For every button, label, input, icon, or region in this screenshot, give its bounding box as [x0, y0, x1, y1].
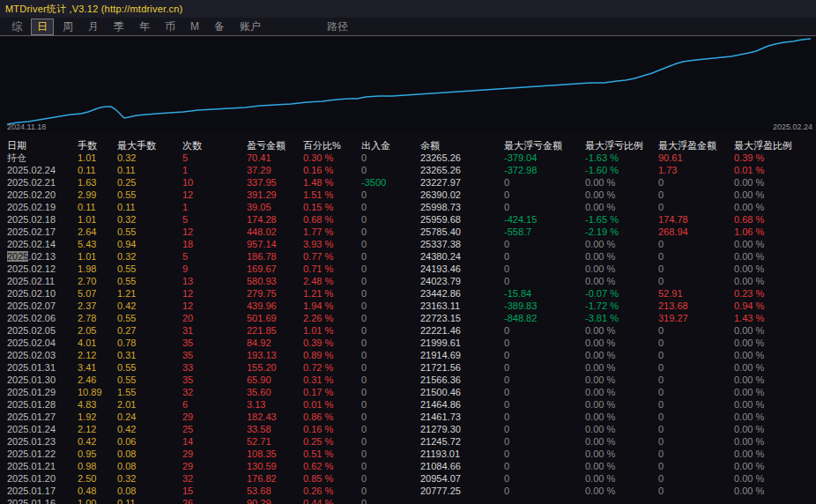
table-row[interactable]: 2025.02.181.010.325174.280.68 %025959.68…	[0, 213, 816, 226]
table-row[interactable]: 2025.01.161.000.112690.290.44 %0	[0, 497, 816, 504]
table-row[interactable]: 2025.01.202.500.3232176.820.85 %020954.0…	[0, 472, 816, 485]
table-row[interactable]: 2025.02.202.990.5512391.291.51 %026390.0…	[0, 189, 816, 201]
menu-tab-path[interactable]: 路径	[321, 19, 354, 35]
equity-chart-svg	[0, 36, 816, 132]
cell: 0.30 %	[303, 152, 361, 164]
cell: 0	[504, 176, 585, 189]
table-row[interactable]: 2025.02.131.010.325186.780.77 %024380.24…	[0, 250, 816, 263]
cell: 21999.61	[420, 337, 504, 349]
cell: -379.04	[504, 152, 585, 164]
cell: 2.70	[78, 275, 117, 287]
cell: 2.12	[78, 423, 117, 435]
cell: 5	[182, 152, 247, 164]
cell: 0.00 %	[585, 275, 658, 287]
table-row[interactable]: 2025.02.105.071.2112279.751.21 %023442.8…	[0, 287, 816, 300]
cell: 52.71	[247, 435, 303, 448]
menu-tab-币[interactable]: 币	[159, 19, 182, 35]
cell: 0	[504, 411, 585, 423]
cell: 169.67	[247, 263, 303, 275]
cell: 0	[658, 324, 734, 337]
cell: 0	[361, 472, 420, 485]
cell: 0.00 %	[734, 176, 816, 189]
cell: 213.68	[658, 300, 734, 312]
cell: 90.29	[247, 497, 303, 504]
table-row[interactable]: 2025.02.190.110.11139.050.15 %025998.730…	[0, 201, 816, 213]
cell: 337.95	[247, 176, 303, 189]
cell: 0.27	[117, 324, 182, 337]
cell: 5	[182, 213, 247, 226]
cell: 9	[182, 263, 247, 275]
cell: 0.00 %	[734, 337, 816, 349]
column-header: 日期	[7, 139, 78, 152]
menu-tab-年[interactable]: 年	[133, 19, 156, 35]
cell: 70.41	[247, 152, 303, 164]
table-row[interactable]: 2025.01.313.410.5533155.200.72 %021721.5…	[0, 361, 816, 374]
cell: 12	[182, 287, 247, 300]
cell: 0.00 %	[585, 448, 658, 460]
table-row[interactable]: 持仓1.010.32570.410.30 %023265.26-379.04-1…	[0, 152, 816, 164]
cell: 0	[361, 411, 420, 423]
table-row[interactable]: 2025.02.211.630.2510337.951.48 %-3500232…	[0, 176, 816, 189]
cell	[734, 497, 816, 504]
table-row[interactable]: 2025.01.210.980.0829130.590.62 %021084.6…	[0, 460, 816, 472]
cell: 0.51 %	[303, 448, 361, 460]
menu-tab-M[interactable]: M	[184, 19, 205, 33]
menu-tab-综[interactable]: 综	[5, 19, 28, 35]
cell: 2025.02.20	[7, 189, 78, 201]
cell: 174.28	[247, 213, 303, 226]
table-row[interactable]: 2025.02.121.980.559169.670.71 %024193.46…	[0, 263, 816, 275]
cell: 0	[658, 386, 734, 398]
cell: 193.13	[247, 349, 303, 361]
cell: 0	[361, 275, 420, 287]
cell: -558.7	[504, 226, 585, 238]
table-row[interactable]: 2025.02.172.640.5512448.021.77 %025785.4…	[0, 226, 816, 238]
cell: 35	[182, 349, 247, 361]
cell: 2025.02.04	[7, 337, 78, 349]
menu-tab-账户[interactable]: 账户	[234, 19, 267, 35]
cell: 0.00 %	[734, 361, 816, 374]
table-row[interactable]: 2025.01.284.832.0163.130.01 %021464.8600…	[0, 398, 816, 411]
menu-tab-备[interactable]: 备	[208, 19, 231, 35]
table-row[interactable]: 2025.02.112.700.5513580.932.48 %024023.7…	[0, 275, 816, 287]
table-row[interactable]: 2025.02.044.010.783584.920.39 %021999.61…	[0, 337, 816, 349]
table-row[interactable]: 2025.01.302.460.553565.900.31 %021566.36…	[0, 374, 816, 386]
cell: 439.96	[247, 300, 303, 312]
table-row[interactable]: 2025.02.072.370.4212439.961.94 %023163.1…	[0, 300, 816, 312]
cell: 0.08	[117, 460, 182, 472]
cell: 0	[658, 448, 734, 460]
table-row[interactable]: 2025.02.145.430.9418957.143.93 %025337.3…	[0, 238, 816, 250]
table-row[interactable]: 2025.01.242.120.422533.580.16 %021279.30…	[0, 423, 816, 435]
cell: 0	[658, 238, 734, 250]
cell: 108.35	[247, 448, 303, 460]
cell: -1.72 %	[585, 300, 658, 312]
cell: 0.23 %	[734, 287, 816, 300]
table-row[interactable]: 2025.01.220.950.0829108.350.51 %021193.0…	[0, 448, 816, 460]
table-row[interactable]: 2025.01.170.480.081553.680.26 %020777.25…	[0, 485, 816, 497]
table-row[interactable]: 2025.01.2910.891.553235.600.17 %021500.4…	[0, 386, 816, 398]
cell: 1	[182, 201, 247, 213]
cell: 0	[361, 250, 420, 263]
menu-tab-周[interactable]: 周	[56, 19, 79, 35]
cell: 0.86 %	[303, 411, 361, 423]
cell: 0.11	[117, 497, 182, 504]
table-row[interactable]: 2025.01.271.920.2429182.430.86 %021461.7…	[0, 411, 816, 423]
cell: 6	[182, 398, 247, 411]
cell: 0	[361, 189, 420, 201]
cell: 0	[504, 349, 585, 361]
menu-tab-季[interactable]: 季	[108, 19, 130, 35]
cell: 0.00 %	[585, 485, 658, 497]
cell: 0	[361, 324, 420, 337]
menu-tab-日[interactable]: 日	[31, 19, 54, 35]
table-row[interactable]: 2025.01.230.420.061452.710.25 %021245.72…	[0, 435, 816, 448]
cell: 持仓	[7, 152, 78, 164]
cell: 14	[182, 435, 247, 448]
table-row[interactable]: 2025.02.032.120.3135193.130.89 %021914.6…	[0, 349, 816, 361]
cell: 0	[504, 337, 585, 349]
cell: 2025.01.28	[7, 398, 78, 411]
table-row[interactable]: 2025.02.052.050.2731221.851.01 %022221.4…	[0, 324, 816, 337]
table-row[interactable]: 2025.02.240.110.11137.290.16 %023265.26-…	[0, 164, 816, 176]
table-row[interactable]: 2025.02.062.780.5520501.692.26 %022723.1…	[0, 312, 816, 324]
cell: 2025.01.30	[7, 374, 78, 386]
cell: -15.84	[504, 287, 585, 300]
menu-tab-月[interactable]: 月	[82, 19, 105, 35]
